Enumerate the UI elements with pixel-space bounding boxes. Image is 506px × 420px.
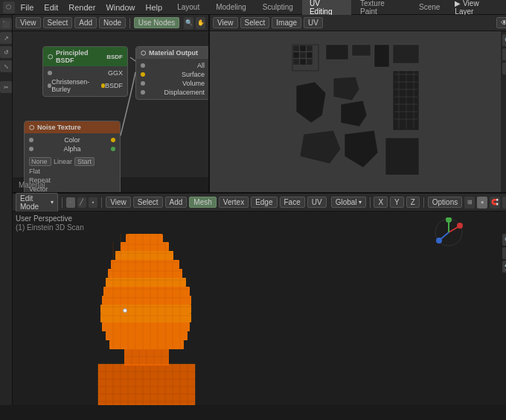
viewport-gizmo[interactable]: X Y Z bbox=[434, 217, 464, 247]
vp-face-btn[interactable]: Face bbox=[280, 197, 305, 208]
menu-file[interactable]: File bbox=[16, 1, 39, 13]
viewport-canvas: User Perspective (1) Einstein 3D Scan bbox=[13, 211, 506, 405]
svg-rect-5 bbox=[293, 52, 299, 58]
uv-grid-icon[interactable]: ⊞ bbox=[502, 63, 506, 74]
modeling-tab[interactable]: Modeling bbox=[208, 1, 254, 13]
matout-node-header: ⬡ Material Output bbox=[136, 47, 209, 59]
x-label[interactable]: X bbox=[374, 197, 388, 208]
uv-image-btn[interactable]: Image bbox=[272, 17, 301, 28]
uv-canvas bbox=[210, 31, 501, 192]
vp-vertex-btn[interactable]: Vertex bbox=[219, 197, 249, 208]
vp-hand-btn[interactable]: ✋ bbox=[502, 247, 506, 259]
shading-solid-btn[interactable]: ● bbox=[477, 197, 487, 209]
mat-zoom-in[interactable]: 🔍 bbox=[184, 17, 193, 29]
transform-space-dropdown[interactable]: Global bbox=[331, 197, 366, 208]
vp-add-btn[interactable]: Add bbox=[165, 197, 188, 208]
uv-search-icon[interactable]: 🔍 bbox=[502, 34, 506, 46]
tool-icon-1[interactable]: ⬛ bbox=[0, 18, 12, 30]
svg-rect-62 bbox=[102, 296, 191, 305]
snap-btn[interactable]: 🧲 bbox=[490, 197, 500, 209]
mat-node-btn[interactable]: Node bbox=[99, 17, 126, 28]
svg-rect-59 bbox=[102, 322, 190, 331]
origin-dot bbox=[123, 308, 127, 313]
node-canvas: ⬡ Principled BSDF BSDF GGX Christen bbox=[13, 31, 208, 177]
gizmo-svg: X Y Z bbox=[434, 217, 464, 247]
menu-window[interactable]: Window bbox=[101, 1, 139, 13]
tool-icon-5[interactable]: ✂ bbox=[0, 81, 12, 93]
uv-select-btn[interactable]: Select bbox=[240, 17, 270, 28]
sep1 bbox=[129, 18, 130, 28]
mat-select-btn[interactable]: Select bbox=[43, 17, 73, 28]
matout-node-title: Material Output bbox=[149, 49, 198, 57]
noise-color-row: Color bbox=[29, 136, 115, 144]
uv-toolbar: View Select Image UV 👁 bbox=[210, 15, 506, 31]
svg-rect-60 bbox=[100, 314, 191, 322]
svg-rect-63 bbox=[103, 287, 190, 296]
svg-rect-12 bbox=[352, 45, 371, 56]
y-label[interactable]: Y bbox=[390, 197, 404, 208]
surface-label: Surface bbox=[182, 71, 205, 78]
face-select-btn[interactable]: ▪ bbox=[89, 197, 97, 208]
disp-socket bbox=[141, 90, 145, 95]
svg-rect-67 bbox=[115, 251, 173, 260]
z-label[interactable]: Z bbox=[406, 197, 420, 208]
svg-rect-8 bbox=[293, 59, 299, 65]
noise-flat-label: Flat bbox=[29, 167, 115, 176]
vp-edge-btn[interactable]: Edge bbox=[251, 197, 277, 208]
vp-mesh-btn[interactable]: Mesh bbox=[189, 197, 216, 208]
uv-view-icon[interactable]: 👁 bbox=[496, 17, 506, 28]
all-socket bbox=[141, 63, 145, 68]
shading-wire-btn[interactable]: ⊞ bbox=[464, 197, 475, 209]
sep3 bbox=[101, 197, 102, 208]
scene-tab[interactable]: Scene bbox=[411, 1, 447, 13]
edge-select-btn[interactable]: ╱ bbox=[77, 197, 86, 208]
vp-select-btn[interactable]: Select bbox=[133, 197, 163, 208]
svg-rect-14 bbox=[393, 45, 419, 63]
tool-icon-2[interactable]: ↗ bbox=[0, 32, 12, 44]
uv-editor: View Select Image UV 👁 bbox=[210, 15, 506, 192]
noise-color-label: Color bbox=[64, 136, 80, 144]
use-nodes-btn[interactable]: Use Nodes bbox=[134, 17, 179, 28]
vertex-select-btn[interactable]: · bbox=[66, 197, 75, 208]
menu-render[interactable]: Render bbox=[64, 1, 100, 13]
ggx-label: GGX bbox=[108, 69, 123, 77]
mat-add-btn[interactable]: Add bbox=[74, 17, 97, 28]
principled-bsdf-node[interactable]: ⬡ Principled BSDF BSDF GGX Christen bbox=[42, 46, 128, 97]
vp-zoom-in-btn[interactable]: 🔍 bbox=[502, 234, 506, 246]
proportional-btn[interactable]: ○ bbox=[502, 197, 506, 209]
svg-rect-4 bbox=[307, 45, 313, 51]
menu-help[interactable]: Help bbox=[141, 1, 167, 13]
uv-hand-icon[interactable]: ✋ bbox=[502, 48, 506, 60]
svg-marker-16 bbox=[333, 77, 359, 101]
principled-node-title: Principled BSDF bbox=[56, 49, 103, 64]
vp-camera-btn[interactable]: 📷 bbox=[502, 261, 506, 273]
svg-rect-6 bbox=[300, 52, 306, 58]
options-btn[interactable]: Options bbox=[428, 197, 462, 208]
vp-uv-btn[interactable]: UV bbox=[307, 197, 327, 208]
matout-node-body: All Surface Volume bbox=[136, 59, 209, 99]
noise-alpha-label: Alpha bbox=[63, 145, 80, 153]
svg-rect-9 bbox=[300, 59, 306, 65]
noise-none-btn[interactable]: None bbox=[29, 157, 51, 166]
noise-start-btn[interactable]: Start bbox=[74, 157, 95, 166]
sculpting-tab[interactable]: Sculpting bbox=[255, 1, 301, 13]
noise-alpha-row: Alpha bbox=[29, 144, 115, 153]
principled-node-header: ⬡ Principled BSDF BSDF bbox=[43, 47, 127, 66]
svg-rect-13 bbox=[374, 45, 389, 67]
svg-marker-29 bbox=[300, 130, 341, 164]
volume-label: Volume bbox=[182, 80, 205, 87]
svg-text:Y: Y bbox=[446, 217, 449, 221]
uv-view-btn[interactable]: View bbox=[213, 17, 238, 28]
tool-icon-3[interactable]: ↺ bbox=[0, 46, 12, 58]
matout-disp-row: Displacement bbox=[141, 88, 205, 97]
mat-hand[interactable]: ✋ bbox=[196, 17, 205, 29]
mat-view-btn[interactable]: View bbox=[16, 17, 41, 28]
uv-uv-btn[interactable]: UV bbox=[304, 17, 323, 28]
menu-edit[interactable]: Edit bbox=[39, 1, 63, 13]
blender-logo[interactable]: ⬡ bbox=[3, 1, 15, 13]
vp-view-btn[interactable]: View bbox=[106, 197, 131, 208]
layout-tab[interactable]: Layout bbox=[170, 1, 207, 13]
edit-mode-dropdown[interactable]: Edit Mode bbox=[16, 193, 58, 212]
tool-icon-4[interactable]: ⤡ bbox=[0, 60, 12, 72]
material-output-node[interactable]: ⬡ Material Output All Surface bbox=[135, 46, 210, 100]
